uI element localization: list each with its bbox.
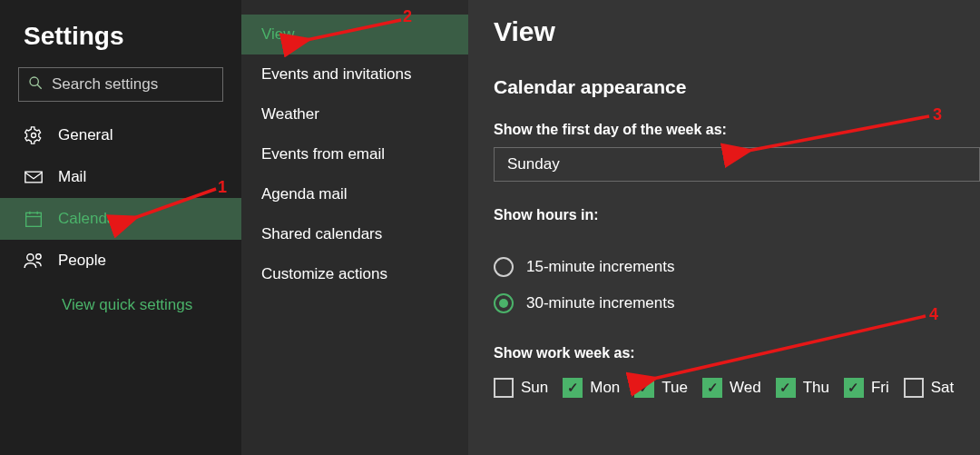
day-label: Thu [803, 379, 829, 397]
day-wed[interactable]: ✓ Wed [702, 378, 761, 398]
search-icon [28, 75, 43, 94]
nav-calendar[interactable]: Calendar [0, 198, 241, 240]
nav-label: Mail [58, 168, 86, 186]
submenu-customize-actions[interactable]: Customize actions [241, 254, 468, 294]
radio-icon [494, 257, 514, 277]
hours-option-label: 15-minute increments [526, 258, 674, 276]
svg-rect-3 [25, 172, 42, 183]
day-mon[interactable]: ✓ Mon [563, 378, 620, 398]
submenu-events-invitations[interactable]: Events and invitations [241, 54, 468, 94]
view-quick-settings-link[interactable]: View quick settings [0, 282, 241, 314]
hours-option-15[interactable]: 15-minute increments [494, 249, 980, 285]
day-thu[interactable]: ✓ Thu [776, 378, 829, 398]
section-title: Calendar appearance [494, 76, 980, 98]
checkbox-icon [904, 378, 924, 398]
settings-sidebar: Settings Search settings General Mail [0, 0, 241, 455]
nav-label: People [58, 252, 106, 270]
nav-label: Calendar [58, 210, 121, 228]
svg-point-15 [36, 254, 41, 259]
mail-icon [24, 171, 44, 183]
svg-point-14 [27, 254, 34, 261]
svg-point-2 [32, 134, 36, 138]
day-label: Sun [521, 379, 548, 397]
first-day-label: Show the first day of the week as: [494, 122, 980, 138]
gear-icon [24, 126, 44, 144]
nav-general[interactable]: General [0, 114, 241, 156]
checkbox-icon: ✓ [634, 378, 654, 398]
day-sat[interactable]: Sat [904, 378, 955, 398]
submenu-shared-calendars[interactable]: Shared calendars [241, 214, 468, 254]
search-placeholder: Search settings [52, 75, 158, 94]
svg-point-0 [30, 77, 38, 85]
people-icon [24, 252, 44, 269]
submenu-weather[interactable]: Weather [241, 94, 468, 134]
nav-people[interactable]: People [0, 240, 241, 282]
work-week-label: Show work week as: [494, 345, 980, 361]
checkbox-icon: ✓ [702, 378, 722, 398]
submenu-events-from-email[interactable]: Events from email [241, 134, 468, 174]
submenu-agenda-mail[interactable]: Agenda mail [241, 174, 468, 214]
day-label: Fri [871, 379, 889, 397]
radio-icon [494, 293, 514, 313]
day-sun[interactable]: Sun [494, 378, 548, 398]
svg-line-1 [37, 84, 42, 89]
work-week-days: Sun ✓ Mon ✓ Tue ✓ Wed ✓ Thu ✓ Fri [494, 378, 980, 398]
hours-option-30[interactable]: 30-minute increments [494, 285, 980, 321]
hours-label: Show hours in: [494, 207, 980, 223]
checkbox-icon [494, 378, 514, 398]
panel-title: View [494, 16, 980, 47]
settings-submenu: View Events and invitations Weather Even… [241, 0, 468, 455]
day-label: Tue [662, 379, 688, 397]
settings-title: Settings [24, 22, 241, 51]
day-label: Wed [730, 379, 761, 397]
first-day-value: Sunday [507, 155, 560, 173]
calendar-icon [24, 210, 44, 228]
hours-option-label: 30-minute increments [526, 294, 674, 312]
submenu-view[interactable]: View [241, 15, 468, 54]
day-tue[interactable]: ✓ Tue [634, 378, 688, 398]
first-day-select[interactable]: Sunday [494, 147, 980, 182]
settings-panel: View Calendar appearance Show the first … [468, 0, 980, 455]
day-fri[interactable]: ✓ Fri [844, 378, 889, 398]
nav-mail[interactable]: Mail [0, 156, 241, 198]
day-label: Mon [590, 379, 620, 397]
checkbox-icon: ✓ [563, 378, 583, 398]
svg-rect-4 [26, 213, 42, 226]
checkbox-icon: ✓ [844, 378, 864, 398]
day-label: Sat [931, 379, 955, 397]
checkbox-icon: ✓ [776, 378, 796, 398]
search-input[interactable]: Search settings [18, 67, 223, 102]
nav-label: General [58, 126, 113, 144]
